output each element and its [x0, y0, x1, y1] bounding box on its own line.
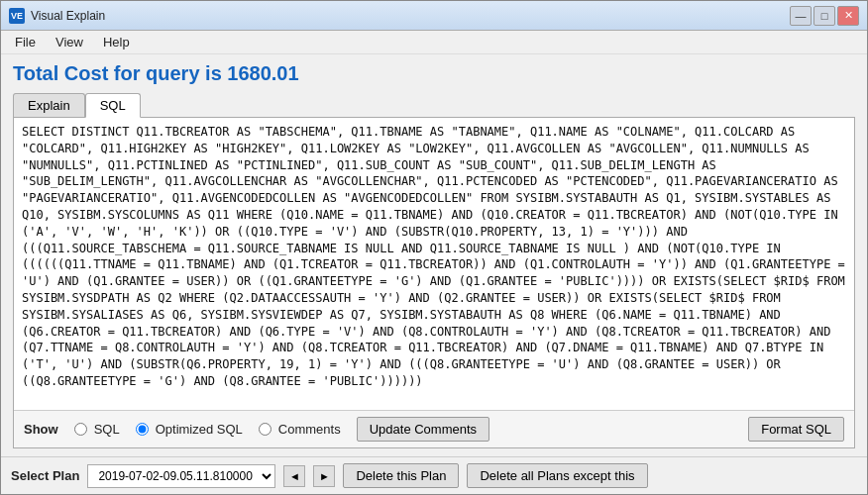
main-window: VE Visual Explain — □ ✕ File View Help T… — [0, 0, 868, 495]
radio-sql: SQL — [74, 422, 120, 437]
radio-comments: Comments — [259, 422, 341, 437]
menu-file[interactable]: File — [5, 33, 46, 51]
app-icon: VE — [9, 8, 25, 24]
tab-sql[interactable]: SQL — [85, 93, 141, 118]
show-label: Show — [24, 422, 58, 437]
menu-help[interactable]: Help — [93, 33, 140, 51]
format-sql-button[interactable]: Format SQL — [748, 417, 844, 442]
delete-plan-button[interactable]: Delete this Plan — [343, 463, 459, 488]
next-plan-button[interactable]: ► — [313, 465, 335, 487]
tab-explain[interactable]: Explain — [13, 93, 85, 117]
content-area: Total Cost for query is 1680.01 Explain … — [1, 54, 867, 456]
maximize-button[interactable]: □ — [814, 6, 835, 26]
radio-sql-input[interactable] — [74, 423, 87, 436]
radio-optimized-label: Optimized SQL — [156, 422, 243, 437]
radio-optimized-input[interactable] — [136, 423, 149, 436]
show-row: Show SQL Optimized SQL Comments Update C… — [14, 410, 854, 447]
bottom-bar: Select Plan 2019-07-02-09.05.11.810000 ◄… — [1, 456, 867, 494]
sql-panel: SELECT DISTINCT Q11.TBCREATOR AS "TABSCH… — [13, 117, 855, 448]
title-bar-text: Visual Explain — [31, 9, 790, 23]
plan-dropdown[interactable]: 2019-07-02-09.05.11.810000 — [87, 464, 275, 488]
radio-optimized: Optimized SQL — [136, 422, 243, 437]
prev-plan-button[interactable]: ◄ — [283, 465, 305, 487]
menu-bar: File View Help — [1, 31, 867, 54]
delete-except-button[interactable]: Delete all Plans except this — [467, 463, 647, 488]
title-bar: VE Visual Explain — □ ✕ — [1, 1, 867, 31]
tab-bar: Explain SQL — [13, 93, 855, 117]
total-cost-label: Total Cost for query is 1680.01 — [13, 62, 855, 85]
minimize-button[interactable]: — — [790, 6, 812, 26]
radio-sql-label: SQL — [94, 422, 120, 437]
select-plan-label: Select Plan — [11, 468, 79, 483]
radio-comments-label: Comments — [278, 422, 341, 437]
update-comments-button[interactable]: Update Comments — [357, 417, 489, 442]
window-controls: — □ ✕ — [790, 6, 859, 26]
sql-text[interactable]: SELECT DISTINCT Q11.TBCREATOR AS "TABSCH… — [14, 118, 854, 410]
menu-view[interactable]: View — [46, 33, 93, 51]
close-button[interactable]: ✕ — [837, 6, 859, 26]
radio-comments-input[interactable] — [259, 423, 271, 436]
